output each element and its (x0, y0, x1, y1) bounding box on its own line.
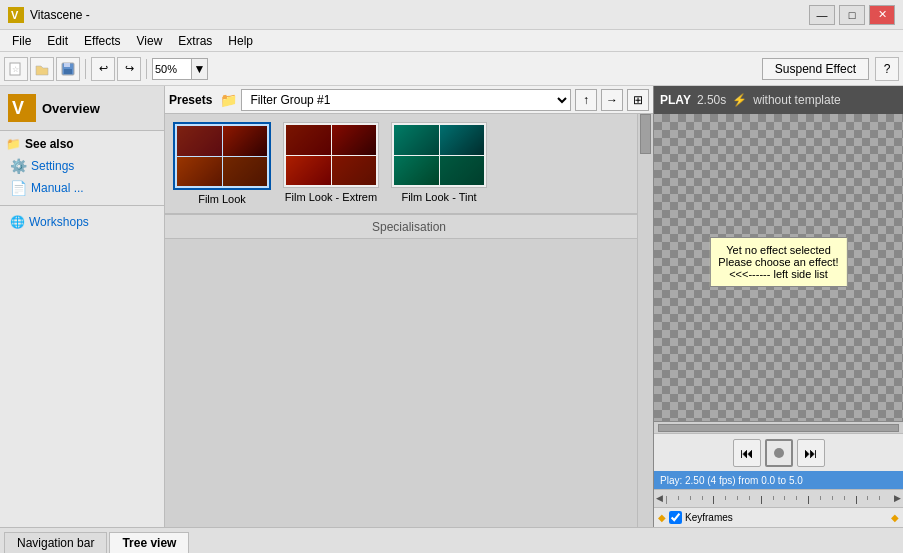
preset-up-button[interactable]: ↑ (575, 89, 597, 111)
preset-right-button[interactable]: → (601, 89, 623, 111)
toolbar-separator-1 (85, 59, 86, 79)
presets-folder-icon: 📁 (220, 92, 237, 108)
svg-rect-6 (64, 69, 72, 74)
timeline-info-bar: Play: 2.50 (4 fps) from 0.0 to 5.0 (654, 471, 903, 489)
workshops-icon: 🌐 (10, 215, 25, 229)
preview-area: Yet no effect selected Please choose an … (654, 114, 903, 421)
minimize-button[interactable]: — (809, 5, 835, 25)
suspend-effect-button[interactable]: Suspend Effect (762, 58, 869, 80)
preset-film-look-tint-label: Film Look - Tint (401, 191, 476, 203)
preset-scroll-thumb[interactable] (640, 114, 651, 154)
tree-view-tab[interactable]: Tree view (109, 532, 189, 553)
redo-button[interactable]: ↪ (117, 57, 141, 81)
workshops-link[interactable]: 🌐 Workshops (6, 212, 158, 232)
svg-rect-5 (64, 63, 70, 67)
rewind-button[interactable]: ⏮ (733, 439, 761, 467)
right-panel: PLAY 2.50s ⚡ without template Yet no eff… (653, 86, 903, 527)
app-icon: V (8, 7, 24, 23)
help-button[interactable]: ? (875, 57, 899, 81)
save-button[interactable] (56, 57, 80, 81)
zoom-input[interactable]: 50% (152, 58, 192, 80)
toolbar: ☆ ↩ ↪ 50% ▼ Suspend Effect ? (0, 52, 903, 86)
open-button[interactable] (30, 57, 54, 81)
navigation-bar-tab[interactable]: Navigation bar (4, 532, 107, 553)
preview-controls: ⏮ ⏭ (654, 433, 903, 471)
keyframes-label: Keyframes (685, 512, 733, 523)
menu-edit[interactable]: Edit (39, 32, 76, 50)
svg-text:☆: ☆ (12, 65, 19, 74)
menu-file[interactable]: File (4, 32, 39, 50)
app-title: Vitascene - (30, 8, 90, 22)
timeline-info-text: Play: 2.50 (4 fps) from 0.0 to 5.0 (660, 475, 803, 486)
folder-icon: 📁 (6, 137, 21, 151)
presets-scroll-area: Film Look (165, 114, 653, 527)
menu-effects[interactable]: Effects (76, 32, 128, 50)
title-bar: V Vitascene - — □ ✕ (0, 0, 903, 30)
see-also-section: 📁 See also ⚙️ Settings 📄 Manual ... (0, 131, 164, 205)
preset-film-look-extrem[interactable]: Film Look - Extrem (283, 122, 379, 205)
workshops-section: 🌐 Workshops (0, 205, 164, 238)
menu-extras[interactable]: Extras (170, 32, 220, 50)
undo-button[interactable]: ↩ (91, 57, 115, 81)
svg-text:V: V (12, 98, 24, 118)
preview-tooltip: Yet no effect selected Please choose an … (709, 237, 847, 287)
keyframe-diamond-left[interactable]: ◆ (658, 512, 666, 523)
timeline-ruler: ◀ ▶ (654, 489, 903, 507)
keyframes-bar: ◆ Keyframes ◆ (654, 507, 903, 527)
menu-bar: File Edit Effects View Extras Help (0, 30, 903, 52)
new-button[interactable]: ☆ (4, 57, 28, 81)
bottom-tabs-bar: Navigation bar Tree view (0, 527, 903, 553)
ruler-marks (666, 496, 891, 504)
svg-text:V: V (11, 9, 19, 21)
manual-link[interactable]: 📄 Manual ... (6, 177, 158, 199)
main-layout: V Overview 📁 See also ⚙️ Settings 📄 Manu… (0, 86, 903, 527)
menu-help[interactable]: Help (220, 32, 261, 50)
play-pause-button[interactable] (765, 439, 793, 467)
left-panel: V Overview 📁 See also ⚙️ Settings 📄 Manu… (0, 86, 165, 527)
ruler-left-arrow[interactable]: ◀ (656, 493, 663, 503)
zoom-dropdown-button[interactable]: ▼ (192, 58, 208, 80)
ruler-right-arrow[interactable]: ▶ (894, 493, 901, 503)
settings-icon: ⚙️ (10, 158, 27, 174)
preset-film-look[interactable]: Film Look (173, 122, 271, 205)
preview-scrollbar[interactable] (654, 421, 903, 433)
keyframe-diamond-right[interactable]: ◆ (891, 512, 899, 523)
close-button[interactable]: ✕ (869, 5, 895, 25)
presets-bar: Presets 📁 Filter Group #1 ↑ → ⊞ (165, 86, 653, 114)
keyframes-checkbox[interactable] (669, 511, 682, 524)
specialisation-area (165, 239, 653, 527)
overview-icon: V (8, 94, 36, 122)
preset-film-look-extrem-label: Film Look - Extrem (285, 191, 377, 203)
preset-grid-button[interactable]: ⊞ (627, 89, 649, 111)
specialisation-bar: Specialisation (165, 214, 653, 238)
preview-time: 2.50s (697, 93, 726, 107)
center-panel: Presets 📁 Filter Group #1 ↑ → ⊞ (165, 86, 653, 527)
maximize-button[interactable]: □ (839, 5, 865, 25)
overview-label: Overview (42, 101, 100, 116)
fast-forward-button[interactable]: ⏭ (797, 439, 825, 467)
preset-film-look-label: Film Look (198, 193, 246, 205)
menu-view[interactable]: View (129, 32, 171, 50)
preset-scrollbar[interactable] (637, 114, 653, 527)
play-label: PLAY (660, 93, 691, 107)
preset-group-select[interactable]: Filter Group #1 (241, 89, 571, 111)
template-label: without template (753, 93, 840, 107)
manual-icon: 📄 (10, 180, 27, 196)
preview-header: PLAY 2.50s ⚡ without template (654, 86, 903, 114)
toolbar-separator-2 (146, 59, 147, 79)
see-also-title: 📁 See also (6, 137, 158, 151)
presets-label: Presets (169, 93, 212, 107)
preview-scrollbar-thumb[interactable] (658, 424, 899, 432)
preset-film-look-tint[interactable]: Film Look - Tint (391, 122, 487, 205)
settings-link[interactable]: ⚙️ Settings (6, 155, 158, 177)
overview-header: V Overview (0, 86, 164, 131)
bolt-icon: ⚡ (732, 93, 747, 107)
